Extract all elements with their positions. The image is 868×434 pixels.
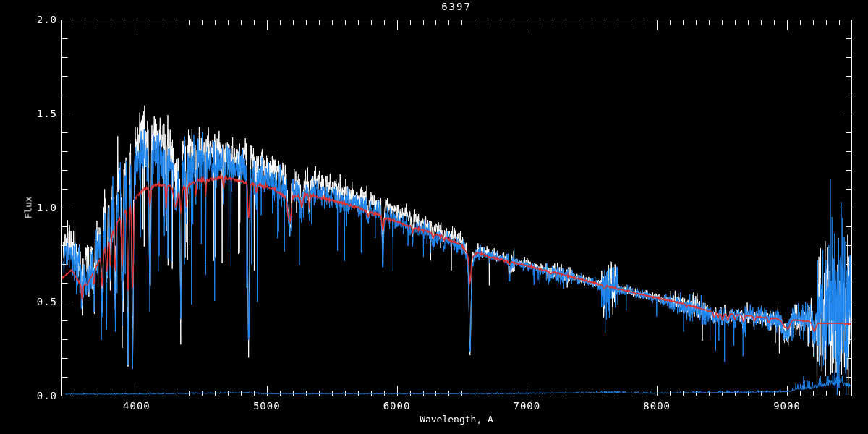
x-tick-label: 7000 [501,400,552,412]
y-tick-label: 0.5 [25,296,57,307]
x-tick-label: 8000 [631,400,682,412]
spectrum-figure: 6397 Wavelength, A Flux 0.00.51.01.52.0 … [0,0,868,434]
spectrum-plot-canvas [0,0,868,434]
y-tick-label: 1.0 [25,202,57,213]
chart-title: 6397 [61,1,851,12]
x-tick-label: 6000 [372,400,422,412]
y-tick-label: 1.5 [25,108,57,119]
y-tick-label: 0.0 [25,390,57,401]
x-tick-label: 5000 [242,400,292,412]
x-tick-label: 4000 [111,400,162,412]
y-tick-label: 2.0 [25,14,57,25]
x-tick-label: 9000 [762,400,812,412]
x-axis-label: Wavelength, A [61,414,851,425]
